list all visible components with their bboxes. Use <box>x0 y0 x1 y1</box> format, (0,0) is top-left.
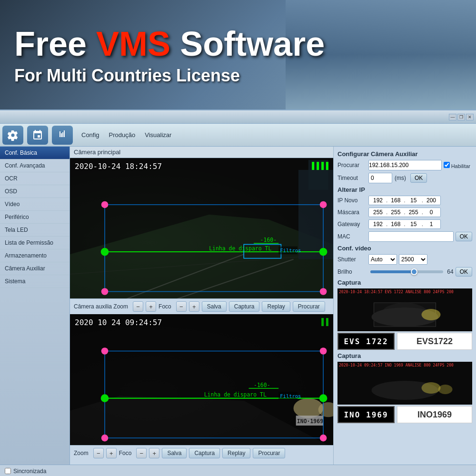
zoom-plus-btn-top[interactable]: + <box>146 301 156 312</box>
salva-btn-bottom[interactable]: Salva <box>162 448 187 458</box>
gateway-2[interactable] <box>388 221 403 228</box>
main-cam-timestamp: 2020-10-24 18:24:57 <box>75 162 162 171</box>
ip-novo-1[interactable] <box>371 197 385 204</box>
foco-plus-btn-top[interactable]: + <box>189 301 199 312</box>
foco-plus-btn-bottom[interactable]: + <box>149 448 159 458</box>
ip-novo-group: . . . <box>368 196 441 205</box>
sincronizada-label: Sincronizada <box>13 468 46 475</box>
sidebar-item-video[interactable]: Vídeo <box>0 198 69 211</box>
sincronizada-row: Sincronizada <box>5 468 46 475</box>
mac-input[interactable] <box>368 231 454 242</box>
mascara-1[interactable] <box>371 209 385 216</box>
foco-minus-btn-top[interactable]: − <box>176 301 187 312</box>
sidebar-item-osd[interactable]: OSD <box>0 185 69 198</box>
plate-text-2: INO1969 <box>397 406 472 423</box>
mascara-4[interactable] <box>424 209 438 216</box>
svg-point-48 <box>438 385 453 394</box>
visualizar-icon[interactable] <box>52 126 73 145</box>
captura1-title: Captura <box>337 279 472 286</box>
svg-point-29 <box>320 347 327 355</box>
config-icon[interactable] <box>2 126 23 145</box>
capture-image-2: 2020-10-24 09:24:57 INO 1969 ANALISE 800… <box>337 362 472 405</box>
captura-btn-bottom[interactable]: Captura <box>189 448 220 458</box>
ip-novo-3[interactable] <box>407 197 421 204</box>
svg-text:Filtros: Filtros <box>280 393 301 399</box>
brilho-slider[interactable] <box>370 270 443 273</box>
slider-thumb[interactable] <box>411 268 417 275</box>
banner-software: Software <box>170 25 325 63</box>
aux-cam-timestamp: 2020 10 24 09:24:57 <box>75 318 162 327</box>
sidebar-item-tela-led[interactable]: Tela LED <box>0 224 69 237</box>
mascara-2[interactable] <box>388 209 403 216</box>
timeout-ok-btn[interactable]: OK <box>410 173 427 183</box>
gateway-3[interactable] <box>407 221 421 228</box>
sidebar-item-sistema[interactable]: Sistema <box>0 275 69 288</box>
zoom-minus-btn-bottom[interactable]: − <box>93 448 104 458</box>
svg-point-30 <box>101 435 109 442</box>
svg-point-44 <box>422 309 441 320</box>
svg-point-47 <box>422 382 441 394</box>
zoom-minus-btn-top[interactable]: − <box>133 301 143 312</box>
mascara-3[interactable] <box>407 209 421 216</box>
zoom-plus-btn-bottom[interactable]: + <box>106 448 117 458</box>
banner-title: Free VMS Software <box>14 24 462 63</box>
brilho-value: 64 <box>447 268 453 275</box>
sidebar-item-lista-permissao[interactable]: Lista de Permissão <box>0 237 69 249</box>
habilitar-label: Habilitar <box>451 163 470 169</box>
menu-config[interactable]: Config <box>77 131 104 139</box>
plate-img-2: INO 1969 <box>337 406 395 423</box>
foco-minus-btn-bottom[interactable]: − <box>136 448 147 458</box>
restore-button[interactable]: ❐ <box>457 114 465 120</box>
title-bar: — ❐ ✕ <box>0 110 476 124</box>
svg-point-28 <box>101 347 109 355</box>
svg-point-8 <box>101 201 109 208</box>
cam-aux-title: Configurar Câmera Auxiliar <box>337 150 472 158</box>
menu-producao[interactable]: Produção <box>104 131 140 139</box>
salva-btn-top[interactable]: Salva <box>202 301 227 312</box>
menu-visualizar[interactable]: Visualizar <box>140 131 176 139</box>
procurar-btn-top[interactable]: Procurar <box>293 301 325 312</box>
brilho-ok-btn[interactable]: OK <box>456 267 472 277</box>
sidebar-item-conf-avancada[interactable]: Conf. Avançada <box>0 159 69 172</box>
gateway-group: . . . <box>368 219 441 229</box>
procurar-btn-bottom[interactable]: Procurar <box>253 448 285 458</box>
gateway-1[interactable] <box>371 221 385 228</box>
sidebar-item-armazenamento[interactable]: Armazenamento <box>0 249 69 262</box>
gateway-4[interactable] <box>424 221 438 228</box>
svg-point-34 <box>319 394 327 402</box>
foco-label-bottom: Foco <box>119 450 132 456</box>
cap1-overlay-text: 2020-10-24 18:24:57 EVS 1722 ANALISE 800… <box>339 290 454 294</box>
procurar-label: Procurar <box>337 162 368 169</box>
sidebar-item-camera-auxiliar[interactable]: Câmera Auxiliar <box>0 262 69 275</box>
sidebar: Conf. Básica Conf. Avançada OCR OSD Víde… <box>0 147 70 465</box>
ip-novo-2[interactable] <box>388 197 403 204</box>
ip-novo-4[interactable] <box>424 197 438 204</box>
aux-cam-controls: Zoom − + Foco − + Salva Captura Replay P… <box>70 445 333 461</box>
procurar-input[interactable] <box>368 160 442 170</box>
sidebar-item-periferico[interactable]: Periférico <box>0 211 69 224</box>
replay-btn-top[interactable]: Replay <box>262 301 290 312</box>
shutter-select[interactable]: Auto <box>368 254 397 265</box>
habilitar-check[interactable] <box>444 162 450 168</box>
replay-btn-bottom[interactable]: Replay <box>222 448 250 458</box>
foco-label-top: Foco <box>159 303 171 310</box>
sincronizada-checkbox[interactable] <box>5 468 11 474</box>
shutter-row: Shutter Auto 2500 <box>337 254 472 265</box>
shutter-num-select[interactable]: 2500 <box>399 254 427 265</box>
capture-image-1: 2020-10-24 18:24:57 EVS 1722 ANALISE 800… <box>337 288 472 331</box>
sidebar-item-conf-basica[interactable]: Conf. Básica <box>0 147 69 159</box>
sidebar-item-ocr[interactable]: OCR <box>0 172 69 185</box>
main-cam-signal: ▐▐▐▐ <box>309 162 328 169</box>
menu-bar: Config Produção Visualizar <box>0 124 476 147</box>
producao-icon[interactable] <box>27 126 48 145</box>
captura-btn-top[interactable]: Captura <box>229 301 260 312</box>
habilitar-checkbox[interactable]: Habilitar <box>444 162 470 169</box>
mascara-group: . . . <box>368 208 441 217</box>
capture-panel-1: Captura 2020-10-24 18:24:57 EVS 1722 ANA… <box>337 279 472 350</box>
minimize-button[interactable]: — <box>449 114 456 120</box>
close-button[interactable]: ✕ <box>466 114 474 120</box>
main-camera-header: Câmera principal <box>70 147 333 158</box>
mac-ok-btn[interactable]: OK <box>456 232 472 241</box>
svg-point-14 <box>319 248 327 256</box>
timeout-input[interactable] <box>368 173 392 183</box>
